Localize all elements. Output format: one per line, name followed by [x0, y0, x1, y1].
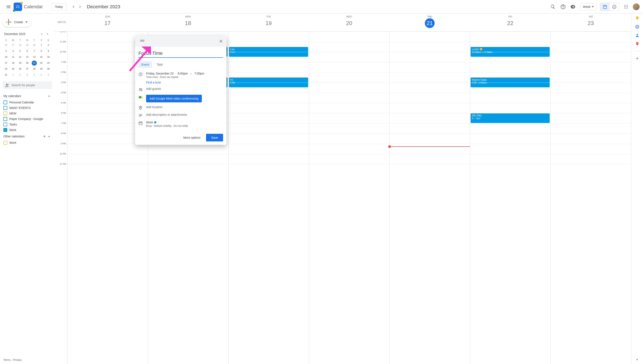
mini-day[interactable]: 27: [25, 66, 30, 72]
mini-day[interactable]: 1: [11, 72, 16, 78]
day-header[interactable]: SUN17: [67, 14, 148, 32]
start-time[interactable]: 6:00pm: [178, 72, 188, 75]
tab-event[interactable]: Event: [138, 61, 152, 68]
day-column[interactable]: Lun11:3Im2:30: [228, 32, 309, 364]
event-date[interactable]: Friday, December 22: [146, 72, 174, 75]
account-avatar[interactable]: [633, 4, 639, 10]
busy-status[interactable]: Busy: [146, 124, 152, 128]
notify-status[interactable]: Do not notify: [173, 124, 188, 128]
mini-day[interactable]: 12: [18, 54, 23, 60]
drag-handle[interactable]: [138, 38, 146, 45]
calendar-event[interactable]: Improv Class2:30 – 3:30pm: [471, 78, 550, 87]
visibility-status[interactable]: Default visibility: [154, 124, 172, 128]
mini-day[interactable]: 27: [11, 43, 16, 48]
calendar-name[interactable]: Work: [146, 121, 153, 124]
main-menu-button[interactable]: [4, 2, 14, 12]
day-column[interactable]: [550, 32, 631, 364]
day-number[interactable]: 17: [102, 18, 112, 28]
calendar-event[interactable]: Lunch 😋11:30am – 12:30pm: [471, 47, 550, 57]
mini-day[interactable]: 6: [46, 72, 51, 78]
mini-day[interactable]: 24: [4, 66, 9, 72]
google-apps-button[interactable]: [622, 2, 630, 11]
other-calendars-header[interactable]: Other calendars: [3, 133, 52, 140]
day-header[interactable]: SAT23: [550, 14, 631, 32]
day-number[interactable]: 22: [505, 18, 515, 28]
calendar-checkbox[interactable]: [4, 122, 7, 126]
calendar-checkbox[interactable]: [4, 117, 7, 121]
day-column[interactable]: [309, 32, 389, 364]
calendar-item[interactable]: Tasks: [3, 122, 52, 127]
day-column[interactable]: [389, 32, 470, 364]
mini-day[interactable]: 8: [39, 49, 44, 54]
more-options-button[interactable]: More options: [180, 134, 203, 142]
settings-button[interactable]: [569, 2, 577, 11]
mini-day[interactable]: 6: [25, 49, 30, 54]
today-button[interactable]: Today: [51, 3, 66, 10]
view-selector[interactable]: Week: [580, 3, 597, 10]
mini-day[interactable]: 20: [25, 60, 30, 66]
find-time-link[interactable]: Find a time: [146, 81, 223, 84]
day-header[interactable]: THU21: [389, 14, 470, 32]
day-header[interactable]: FRI22: [470, 14, 550, 32]
create-button[interactable]: Create: [3, 17, 32, 27]
calendar-item[interactable]: Personal Calendar: [3, 100, 52, 105]
day-number[interactable]: 23: [586, 18, 596, 28]
search-button[interactable]: [549, 2, 557, 11]
mini-day[interactable]: 29: [39, 66, 44, 72]
mini-day[interactable]: 26: [4, 43, 9, 48]
end-time[interactable]: 7:00pm: [194, 72, 204, 75]
mini-day[interactable]: 30: [46, 66, 51, 72]
add-location-field[interactable]: Add location: [146, 105, 223, 109]
mini-day[interactable]: 14: [32, 54, 37, 60]
mini-prev-button[interactable]: [39, 32, 44, 36]
add-guests-field[interactable]: Add guests: [146, 87, 223, 90]
plus-icon[interactable]: [43, 134, 46, 138]
repeat-link[interactable]: Does not repeat: [160, 76, 178, 78]
tasks-button[interactable]: [635, 25, 639, 29]
close-popup-button[interactable]: [217, 38, 225, 45]
mini-day[interactable]: 5: [18, 49, 23, 54]
mini-day[interactable]: 3: [25, 72, 30, 78]
mini-day[interactable]: 5: [39, 72, 44, 78]
mini-day[interactable]: 7: [32, 49, 37, 54]
day-header[interactable]: TUE19: [228, 14, 309, 32]
mini-day[interactable]: 29: [25, 43, 30, 48]
mini-day[interactable]: 16: [46, 54, 51, 60]
mini-day[interactable]: 11: [11, 54, 16, 60]
day-header[interactable]: WED20: [309, 14, 389, 32]
mini-day[interactable]: 2: [46, 43, 51, 48]
mini-day[interactable]: 15: [39, 54, 44, 60]
search-people-field[interactable]: [3, 81, 52, 89]
my-calendars-header[interactable]: My calendars: [3, 92, 52, 100]
save-button[interactable]: Save: [206, 134, 223, 142]
hide-panel-button[interactable]: [635, 358, 639, 362]
mini-day[interactable]: 1: [39, 43, 44, 48]
mini-day[interactable]: 3: [4, 49, 9, 54]
mini-day[interactable]: 31: [4, 72, 9, 78]
mini-day[interactable]: 10: [4, 54, 9, 60]
mini-day[interactable]: 26: [18, 66, 23, 72]
maps-button[interactable]: [635, 42, 639, 46]
add-meet-button[interactable]: Add Google Meet video conferencing: [146, 95, 202, 102]
tasks-layout-button[interactable]: [610, 3, 619, 10]
calendar-event[interactable]: Im2:30: [229, 78, 308, 87]
calendar-row[interactable]: Work Busy · Default visibility · Do not …: [138, 121, 223, 128]
mini-day[interactable]: 21: [32, 60, 37, 66]
day-number[interactable]: 19: [264, 18, 274, 28]
day-number[interactable]: 20: [344, 18, 354, 28]
calendar-item[interactable]: MANY EVENTS: [3, 105, 52, 111]
mini-next-button[interactable]: [45, 32, 50, 36]
mini-day[interactable]: 30: [32, 43, 37, 48]
guests-row[interactable]: Add guests: [138, 87, 223, 92]
contacts-button[interactable]: [635, 33, 639, 38]
mini-day[interactable]: 18: [11, 60, 16, 66]
mini-day[interactable]: 28: [32, 66, 37, 72]
keep-button[interactable]: [635, 16, 639, 20]
mini-day[interactable]: 2: [18, 72, 23, 78]
add-description-field[interactable]: Add description or attachments: [146, 113, 223, 116]
description-row[interactable]: Add description or attachments: [138, 113, 223, 118]
day-column[interactable]: Lunch 😋11:30am – 12:30pmImprov Class2:30…: [470, 32, 550, 364]
terms-link[interactable]: Terms: [4, 358, 11, 362]
calendar-checkbox[interactable]: [4, 128, 7, 132]
calendar-checkbox[interactable]: [4, 106, 7, 110]
